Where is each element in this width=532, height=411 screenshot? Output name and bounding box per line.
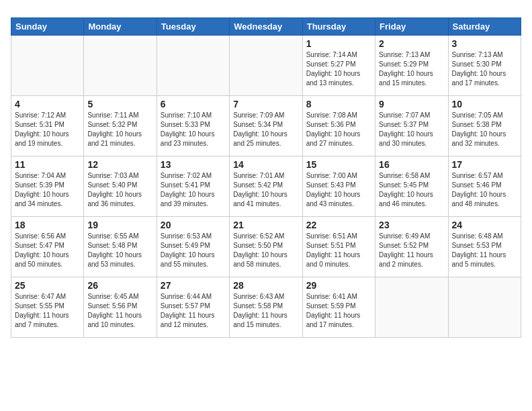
calendar-table: SundayMondayTuesdayWednesdayThursdayFrid…: [11, 17, 521, 338]
calendar-cell: 2Sunrise: 7:13 AM Sunset: 5:29 PM Daylig…: [375, 36, 448, 96]
weekday-header-friday: Friday: [375, 18, 448, 36]
calendar-cell: [448, 277, 521, 338]
day-number: 2: [379, 38, 444, 49]
day-detail: Sunrise: 7:00 AM Sunset: 5:43 PM Dayligh…: [306, 171, 371, 209]
day-number: 22: [306, 220, 371, 230]
day-detail: Sunrise: 7:03 AM Sunset: 5:40 PM Dayligh…: [87, 171, 152, 209]
day-number: 28: [233, 280, 298, 291]
day-number: 15: [306, 159, 371, 170]
day-number: 21: [233, 220, 298, 230]
day-detail: Sunrise: 6:53 AM Sunset: 5:49 PM Dayligh…: [161, 232, 226, 269]
calendar-cell: 11Sunrise: 7:04 AM Sunset: 5:39 PM Dayli…: [11, 156, 84, 217]
day-detail: Sunrise: 7:02 AM Sunset: 5:41 PM Dayligh…: [161, 171, 226, 209]
day-detail: Sunrise: 7:13 AM Sunset: 5:30 PM Dayligh…: [452, 50, 517, 88]
calendar-cell: [84, 36, 157, 96]
calendar-cell: 1Sunrise: 7:14 AM Sunset: 5:27 PM Daylig…: [302, 36, 375, 96]
day-detail: Sunrise: 7:12 AM Sunset: 5:31 PM Dayligh…: [15, 111, 80, 148]
weekday-header-thursday: Thursday: [302, 18, 375, 36]
day-number: 3: [452, 38, 517, 49]
calendar-cell: [157, 36, 229, 96]
day-number: 8: [306, 99, 371, 109]
day-detail: Sunrise: 6:52 AM Sunset: 5:50 PM Dayligh…: [233, 232, 298, 269]
calendar-cell: 16Sunrise: 6:58 AM Sunset: 5:45 PM Dayli…: [375, 156, 448, 217]
day-number: 9: [379, 99, 444, 109]
calendar-cell: 8Sunrise: 7:08 AM Sunset: 5:36 PM Daylig…: [302, 96, 375, 156]
day-detail: Sunrise: 7:04 AM Sunset: 5:39 PM Dayligh…: [15, 171, 80, 209]
calendar-cell: 21Sunrise: 6:52 AM Sunset: 5:50 PM Dayli…: [230, 217, 302, 277]
day-detail: Sunrise: 7:14 AM Sunset: 5:27 PM Dayligh…: [306, 50, 371, 88]
day-detail: Sunrise: 7:09 AM Sunset: 5:34 PM Dayligh…: [233, 111, 298, 148]
weekday-header-sunday: Sunday: [11, 18, 84, 36]
day-number: 23: [379, 220, 444, 230]
weekday-header-wednesday: Wednesday: [230, 18, 302, 36]
day-number: 7: [233, 99, 298, 109]
calendar-cell: 26Sunrise: 6:45 AM Sunset: 5:56 PM Dayli…: [84, 277, 157, 338]
calendar-cell: 25Sunrise: 6:47 AM Sunset: 5:55 PM Dayli…: [11, 277, 84, 338]
calendar-cell: 15Sunrise: 7:00 AM Sunset: 5:43 PM Dayli…: [302, 156, 375, 217]
calendar-cell: 10Sunrise: 7:05 AM Sunset: 5:38 PM Dayli…: [448, 96, 521, 156]
page: GeneralBlue SundayMondayTuesdayWednesday…: [0, 0, 532, 349]
calendar-cell: 23Sunrise: 6:49 AM Sunset: 5:52 PM Dayli…: [375, 217, 448, 277]
calendar-cell: 19Sunrise: 6:55 AM Sunset: 5:48 PM Dayli…: [84, 217, 157, 277]
calendar-cell: 9Sunrise: 7:07 AM Sunset: 5:37 PM Daylig…: [375, 96, 448, 156]
day-number: 10: [452, 99, 517, 109]
day-detail: Sunrise: 6:51 AM Sunset: 5:51 PM Dayligh…: [306, 232, 371, 269]
day-number: 1: [306, 38, 371, 49]
day-number: 12: [87, 159, 152, 170]
calendar-cell: 20Sunrise: 6:53 AM Sunset: 5:49 PM Dayli…: [157, 217, 229, 277]
day-detail: Sunrise: 7:10 AM Sunset: 5:33 PM Dayligh…: [161, 111, 226, 148]
weekday-header-monday: Monday: [84, 18, 157, 36]
calendar-cell: [375, 277, 448, 338]
day-number: 4: [15, 99, 80, 109]
day-number: 18: [15, 220, 80, 230]
day-number: 5: [87, 99, 152, 109]
day-detail: Sunrise: 7:05 AM Sunset: 5:38 PM Dayligh…: [452, 111, 517, 148]
day-number: 11: [15, 159, 80, 170]
day-detail: Sunrise: 7:11 AM Sunset: 5:32 PM Dayligh…: [87, 111, 152, 148]
calendar-cell: 14Sunrise: 7:01 AM Sunset: 5:42 PM Dayli…: [230, 156, 302, 217]
calendar-cell: 6Sunrise: 7:10 AM Sunset: 5:33 PM Daylig…: [157, 96, 229, 156]
day-number: 16: [379, 159, 444, 170]
day-number: 20: [161, 220, 226, 230]
day-detail: Sunrise: 7:08 AM Sunset: 5:36 PM Dayligh…: [306, 111, 371, 148]
day-detail: Sunrise: 7:07 AM Sunset: 5:37 PM Dayligh…: [379, 111, 444, 148]
day-detail: Sunrise: 6:55 AM Sunset: 5:48 PM Dayligh…: [87, 232, 152, 269]
calendar-cell: 12Sunrise: 7:03 AM Sunset: 5:40 PM Dayli…: [84, 156, 157, 217]
day-detail: Sunrise: 6:45 AM Sunset: 5:56 PM Dayligh…: [87, 292, 152, 330]
day-detail: Sunrise: 6:43 AM Sunset: 5:58 PM Dayligh…: [233, 292, 298, 330]
day-detail: Sunrise: 6:57 AM Sunset: 5:46 PM Dayligh…: [452, 171, 517, 209]
week-row-3: 11Sunrise: 7:04 AM Sunset: 5:39 PM Dayli…: [11, 156, 521, 217]
calendar-cell: 28Sunrise: 6:43 AM Sunset: 5:58 PM Dayli…: [230, 277, 302, 338]
calendar-cell: 17Sunrise: 6:57 AM Sunset: 5:46 PM Dayli…: [448, 156, 521, 217]
day-number: 19: [87, 220, 152, 230]
calendar-cell: 29Sunrise: 6:41 AM Sunset: 5:59 PM Dayli…: [302, 277, 375, 338]
day-number: 24: [452, 220, 517, 230]
day-detail: Sunrise: 6:48 AM Sunset: 5:53 PM Dayligh…: [452, 232, 517, 269]
day-detail: Sunrise: 6:49 AM Sunset: 5:52 PM Dayligh…: [379, 232, 444, 269]
calendar-cell: 4Sunrise: 7:12 AM Sunset: 5:31 PM Daylig…: [11, 96, 84, 156]
day-detail: Sunrise: 6:44 AM Sunset: 5:57 PM Dayligh…: [161, 292, 226, 330]
day-detail: Sunrise: 6:56 AM Sunset: 5:47 PM Dayligh…: [15, 232, 80, 269]
week-row-4: 18Sunrise: 6:56 AM Sunset: 5:47 PM Dayli…: [11, 217, 521, 277]
day-detail: Sunrise: 7:13 AM Sunset: 5:29 PM Dayligh…: [379, 50, 444, 88]
day-number: 29: [306, 280, 371, 291]
calendar-cell: 18Sunrise: 6:56 AM Sunset: 5:47 PM Dayli…: [11, 217, 84, 277]
day-detail: Sunrise: 7:01 AM Sunset: 5:42 PM Dayligh…: [233, 171, 298, 209]
day-number: 26: [87, 280, 152, 291]
calendar-cell: 24Sunrise: 6:48 AM Sunset: 5:53 PM Dayli…: [448, 217, 521, 277]
calendar-cell: [230, 36, 302, 96]
calendar-cell: 5Sunrise: 7:11 AM Sunset: 5:32 PM Daylig…: [84, 96, 157, 156]
day-number: 27: [161, 280, 226, 291]
day-detail: Sunrise: 6:41 AM Sunset: 5:59 PM Dayligh…: [306, 292, 371, 330]
day-number: 14: [233, 159, 298, 170]
weekday-header-tuesday: Tuesday: [157, 18, 229, 36]
calendar-cell: 27Sunrise: 6:44 AM Sunset: 5:57 PM Dayli…: [157, 277, 229, 338]
week-row-5: 25Sunrise: 6:47 AM Sunset: 5:55 PM Dayli…: [11, 277, 521, 338]
calendar-cell: 22Sunrise: 6:51 AM Sunset: 5:51 PM Dayli…: [302, 217, 375, 277]
day-number: 13: [161, 159, 226, 170]
calendar-cell: 3Sunrise: 7:13 AM Sunset: 5:30 PM Daylig…: [448, 36, 521, 96]
day-number: 25: [15, 280, 80, 291]
day-detail: Sunrise: 6:58 AM Sunset: 5:45 PM Dayligh…: [379, 171, 444, 209]
day-number: 17: [452, 159, 517, 170]
calendar-cell: 13Sunrise: 7:02 AM Sunset: 5:41 PM Dayli…: [157, 156, 229, 217]
